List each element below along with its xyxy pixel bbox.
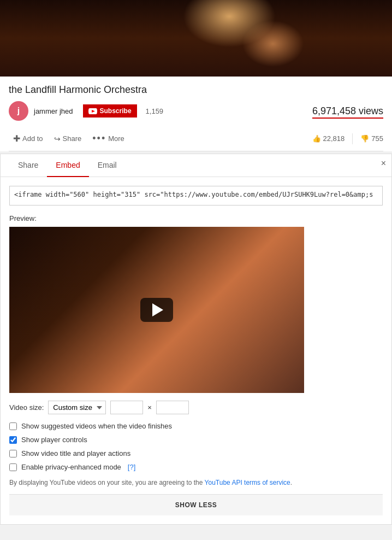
option-title[interactable]: Show video title and player actions (9, 449, 383, 457)
thumbs-down-icon: 👎 (360, 134, 369, 143)
play-button[interactable] (140, 298, 173, 322)
option-controls[interactable]: Show player controls (9, 436, 383, 444)
size-select[interactable]: Custom size 560×315 640×360 853×480 1280… (48, 401, 106, 414)
like-dislike-area: 👍 22,818 👎 755 (312, 133, 383, 144)
plus-icon: ✚ (13, 133, 20, 144)
channel-name: jammer jhed (34, 107, 73, 115)
size-label: Video size: (9, 403, 44, 412)
share-button[interactable]: ↪ Share (50, 132, 86, 145)
preview-label: Preview: (9, 214, 383, 222)
title-label: Show video title and player actions (21, 449, 130, 457)
add-to-label: Add to (22, 134, 43, 143)
more-dots-icon: ••• (92, 133, 106, 144)
action-row: ✚ Add to ↪ Share ••• More 👍 22,818 👎 755 (9, 126, 383, 151)
suggested-checkbox[interactable] (9, 422, 17, 430)
more-label: More (108, 134, 124, 143)
tos-prefix: By displaying YouTube videos on your sit… (9, 479, 205, 486)
video-info-section: the Landfill Harmonic Orchestra j jammer… (0, 77, 392, 151)
video-hero (0, 0, 392, 77)
share-panel: Share Embed Email × Preview: Video size:… (0, 154, 392, 525)
close-icon: × (381, 159, 386, 168)
height-input[interactable] (156, 401, 189, 414)
panel-close-button[interactable]: × (381, 159, 386, 168)
views-count: 6,971,458 views (312, 105, 383, 117)
embed-code-input[interactable] (9, 186, 383, 206)
tos-end: . (290, 479, 292, 486)
like-button[interactable]: 👍 22,818 (312, 134, 345, 143)
tab-email[interactable]: Email (89, 154, 126, 177)
tos-link[interactable]: YouTube API terms of service (205, 479, 290, 486)
share-icon: ↪ (54, 134, 61, 143)
play-triangle-icon (152, 303, 163, 316)
action-left: ✚ Add to ↪ Share ••• More (9, 131, 129, 146)
panel-content: Preview: Video size: Custom size 560×315… (1, 177, 391, 524)
video-title: the Landfill Harmonic Orchestra (9, 84, 383, 96)
channel-left: j jammer jhed Subscribe 1,159 (9, 101, 163, 121)
thumbs-up-icon: 👍 (312, 134, 321, 143)
hero-image (0, 0, 392, 77)
tab-share-label: Share (18, 161, 38, 169)
dislike-button[interactable]: 👎 755 (360, 134, 383, 143)
subscriber-count: 1,159 (146, 107, 164, 115)
subscribe-label: Subscribe (100, 107, 132, 115)
youtube-icon (88, 108, 97, 114)
show-less-button[interactable]: SHOW LESS (9, 494, 383, 515)
subscribe-button[interactable]: Subscribe (83, 104, 137, 118)
like-count: 22,818 (323, 134, 345, 143)
size-controls: Video size: Custom size 560×315 640×360 … (9, 401, 383, 414)
controls-label: Show player controls (21, 436, 87, 444)
video-preview[interactable] (9, 227, 304, 393)
option-suggested[interactable]: Show suggested videos when the video fin… (9, 422, 383, 430)
width-input[interactable] (110, 401, 143, 414)
option-privacy[interactable]: Enable privacy-enhanced mode [?] (9, 463, 383, 471)
controls-checkbox[interactable] (9, 436, 17, 444)
privacy-label: Enable privacy-enhanced mode (21, 463, 121, 471)
add-to-button[interactable]: ✚ Add to (9, 131, 47, 146)
like-separator (352, 133, 353, 144)
channel-row: j jammer jhed Subscribe 1,159 6,971,458 … (9, 101, 383, 121)
tab-embed-label: Embed (56, 161, 80, 169)
tab-share[interactable]: Share (9, 154, 47, 177)
tos-text: By displaying YouTube videos on your sit… (9, 479, 383, 486)
panel-tabs: Share Embed Email × (1, 154, 391, 177)
tos-link-label: YouTube API terms of service (205, 479, 290, 486)
privacy-checkbox[interactable] (9, 463, 17, 471)
avatar: j (9, 101, 28, 121)
tab-email-label: Email (98, 161, 117, 169)
suggested-label: Show suggested videos when the video fin… (21, 422, 172, 430)
options-list: Show suggested videos when the video fin… (9, 422, 383, 471)
views-number: 6,971,458 views (312, 105, 383, 119)
dislike-count: 755 (371, 134, 383, 143)
x-symbol: × (147, 403, 152, 412)
privacy-help-link[interactable]: [?] (128, 463, 135, 471)
title-checkbox[interactable] (9, 450, 17, 457)
more-button[interactable]: ••• More (88, 131, 129, 146)
share-label: Share (63, 134, 82, 143)
tab-embed[interactable]: Embed (47, 154, 88, 177)
